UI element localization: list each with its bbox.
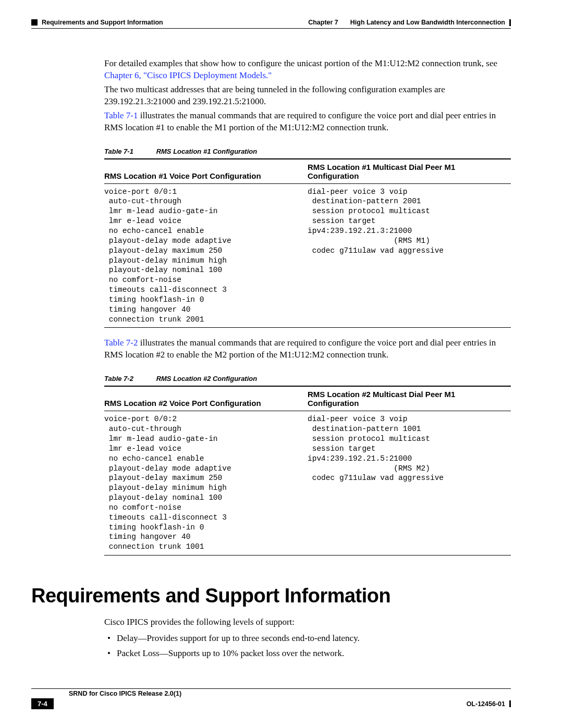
list-item: Delay—Provides support for up to three s… — [117, 633, 511, 645]
header-square-icon — [31, 19, 38, 26]
paragraph-3: Table 7-1 illustrates the manual command… — [104, 110, 511, 134]
table-2-col2-body: dial-peer voice 3 voip destination-patte… — [308, 411, 511, 556]
table-1-col2-header: RMS Location #1 Multicast Dial Peer M1 C… — [308, 159, 511, 184]
page-footer: SRND for Cisco IPICS Release 2.0(1) 7-4 … — [31, 688, 511, 709]
paragraph-5: Cisco IPICS provides the following level… — [104, 616, 511, 628]
link-table-7-1[interactable]: Table 7-1 — [104, 110, 138, 120]
table-2: RMS Location #2 Voice Port Configuration… — [104, 386, 511, 556]
paragraph-4b: illustrates the manual commands that are… — [104, 338, 496, 360]
table-2-title: RMS Location #2 Configuration — [156, 375, 258, 382]
table-2-col2-header: RMS Location #2 Multicast Dial Peer M1 C… — [308, 386, 511, 411]
header-chapter-title: High Latency and Low Bandwidth Interconn… — [350, 19, 505, 26]
paragraph-3b: illustrates the manual commands that are… — [104, 110, 496, 132]
footer-rule — [31, 688, 511, 689]
page-header: Requirements and Support Information Cha… — [31, 19, 511, 26]
paragraph-1: For detailed examples that show how to c… — [104, 58, 511, 82]
main-content: For detailed examples that show how to c… — [31, 29, 511, 660]
paragraph-4: Table 7-2 illustrates the manual command… — [104, 337, 511, 361]
table-1-number: Table 7-1 — [104, 147, 154, 155]
table-2-caption: Table 7-2 RMS Location #2 Configuration — [104, 375, 511, 382]
header-section-breadcrumb: Requirements and Support Information — [42, 19, 163, 26]
list-item: Packet Loss—Supports up to 10% packet lo… — [117, 648, 511, 660]
footer-doc-title: SRND for Cisco IPICS Release 2.0(1) — [31, 690, 181, 697]
table-row: voice-port 0/0:2 auto-cut-through lmr m-… — [104, 411, 511, 556]
paragraph-1a: For detailed examples that show how to c… — [104, 58, 497, 68]
section-heading: Requirements and Support Information — [31, 585, 511, 607]
page-number-badge: 7-4 — [31, 698, 54, 709]
table-1-col1-body: voice-port 0/0:1 auto-cut-through lmr m-… — [104, 183, 308, 328]
table-2-col1-header: RMS Location #2 Voice Port Configuration — [104, 386, 308, 411]
footer-doc-number: OL-12456-01 — [467, 700, 505, 708]
table-1-col1-header: RMS Location #1 Voice Port Configuration — [104, 159, 308, 184]
support-list: Delay—Provides support for up to three s… — [104, 633, 511, 660]
link-table-7-2[interactable]: Table 7-2 — [104, 338, 138, 348]
paragraph-2: The two multicast addresses that are bei… — [104, 84, 511, 108]
link-chapter-6[interactable]: Chapter 6, "Cisco IPICS Deployment Model… — [104, 70, 272, 80]
header-divider-icon — [509, 19, 511, 26]
header-chapter-ref: Chapter 7 — [308, 19, 338, 26]
table-2-number: Table 7-2 — [104, 375, 154, 382]
table-row: voice-port 0/0:1 auto-cut-through lmr m-… — [104, 183, 511, 328]
table-1-col2-body: dial-peer voice 3 voip destination-patte… — [308, 183, 511, 328]
table-2-col1-body: voice-port 0/0:2 auto-cut-through lmr m-… — [104, 411, 308, 556]
footer-divider-icon — [509, 700, 511, 707]
table-1-title: RMS Location #1 Configuration — [156, 147, 258, 155]
table-1: RMS Location #1 Voice Port Configuration… — [104, 158, 511, 328]
table-1-caption: Table 7-1 RMS Location #1 Configuration — [104, 147, 511, 155]
